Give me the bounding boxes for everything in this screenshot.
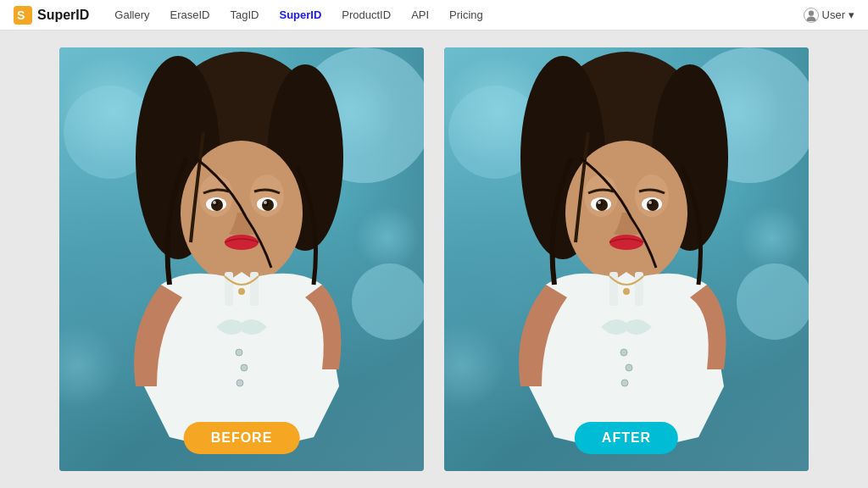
brand-icon: S bbox=[14, 6, 32, 25]
navbar: S SuperID Gallery EraseID TagID SuperID … bbox=[0, 0, 868, 30]
after-badge: AFTER bbox=[575, 422, 678, 454]
svg-text:S: S bbox=[17, 8, 25, 22]
svg-point-20 bbox=[213, 201, 216, 204]
nav-tagid[interactable]: TagID bbox=[222, 5, 268, 25]
svg-point-51 bbox=[626, 364, 632, 371]
svg-point-22 bbox=[225, 235, 259, 250]
svg-point-47 bbox=[609, 235, 643, 250]
after-person-image bbox=[444, 47, 809, 471]
nav-api[interactable]: API bbox=[403, 5, 437, 25]
nav-superid[interactable]: SuperID bbox=[270, 5, 330, 25]
after-photo bbox=[444, 47, 809, 471]
before-badge: BEFORE bbox=[184, 422, 300, 454]
svg-point-27 bbox=[236, 380, 243, 386]
svg-point-6 bbox=[352, 263, 424, 340]
brand-name: SuperID bbox=[37, 8, 89, 23]
svg-point-53 bbox=[623, 288, 630, 295]
before-photo bbox=[59, 47, 424, 471]
nav-eraseid[interactable]: EraseID bbox=[162, 5, 219, 25]
nav-pricing[interactable]: Pricing bbox=[441, 5, 492, 25]
before-panel: BEFORE bbox=[59, 47, 424, 471]
svg-point-21 bbox=[264, 201, 267, 204]
svg-point-2 bbox=[808, 10, 813, 15]
nav-gallery[interactable]: Gallery bbox=[106, 5, 158, 25]
svg-point-26 bbox=[241, 364, 248, 371]
brand-logo[interactable]: S SuperID bbox=[14, 6, 89, 25]
after-panel: AFTER bbox=[444, 47, 809, 471]
user-label: User bbox=[822, 8, 845, 21]
user-avatar-icon bbox=[804, 8, 819, 23]
before-person-image bbox=[59, 47, 424, 471]
user-menu[interactable]: User ▾ bbox=[804, 8, 854, 23]
svg-point-31 bbox=[737, 263, 809, 340]
svg-point-50 bbox=[620, 349, 627, 356]
svg-point-28 bbox=[238, 288, 245, 295]
nav-productid[interactable]: ProductID bbox=[333, 5, 399, 25]
svg-point-3 bbox=[806, 16, 815, 20]
svg-point-46 bbox=[648, 201, 652, 204]
main-content: BEFORE bbox=[0, 30, 868, 488]
chevron-down-icon: ▾ bbox=[849, 8, 854, 21]
svg-point-25 bbox=[236, 349, 242, 356]
svg-point-52 bbox=[621, 380, 628, 386]
svg-point-45 bbox=[598, 201, 601, 204]
nav-links: Gallery EraseID TagID SuperID ProductID … bbox=[106, 5, 803, 25]
